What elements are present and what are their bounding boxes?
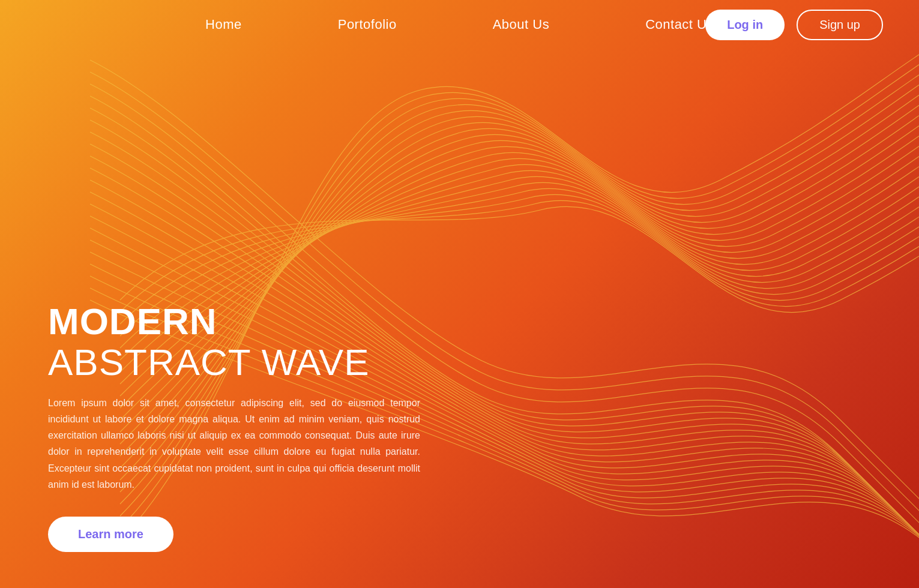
hero-description: Lorem ipsum dolor sit amet, consectetur … [48, 395, 420, 493]
login-button[interactable]: Log in [705, 10, 785, 40]
page-container: Home Portofolio About Us Contact Us Log … [0, 0, 919, 588]
signup-button[interactable]: Sign up [797, 10, 883, 40]
nav-portfolio[interactable]: Portofolio [338, 17, 397, 32]
hero-title-rest: ABSTRACT WAVE [48, 341, 370, 383]
nav-home[interactable]: Home [205, 17, 242, 32]
nav-contact[interactable]: Contact Us [645, 17, 714, 32]
navbar: Home Portofolio About Us Contact Us Log … [0, 0, 919, 49]
nav-about[interactable]: About Us [493, 17, 550, 32]
hero-title: MODERN ABSTRACT WAVE [48, 301, 420, 383]
learn-more-button[interactable]: Learn more [48, 517, 173, 552]
hero-content: MODERN ABSTRACT WAVE Lorem ipsum dolor s… [48, 301, 420, 553]
hero-title-bold: MODERN [48, 301, 217, 342]
nav-buttons: Log in Sign up [705, 10, 883, 40]
